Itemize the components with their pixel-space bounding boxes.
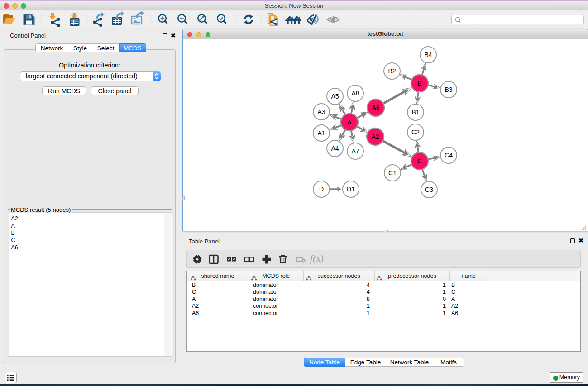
svg-text:A2: A2 <box>371 133 379 140</box>
svg-text:C1: C1 <box>388 169 397 176</box>
svg-text:A5: A5 <box>331 93 339 100</box>
svg-text:B2: B2 <box>388 67 396 75</box>
svg-text:A4: A4 <box>331 145 339 152</box>
svg-text:A6: A6 <box>372 104 379 111</box>
svg-text:C4: C4 <box>445 152 453 159</box>
svg-text:D: D <box>319 186 324 193</box>
svg-text:A3: A3 <box>317 108 325 115</box>
svg-text:A: A <box>347 119 352 126</box>
svg-text:B4: B4 <box>424 51 432 58</box>
svg-text:A7: A7 <box>351 148 359 155</box>
svg-text:B1: B1 <box>411 109 419 116</box>
svg-text:B: B <box>417 80 421 87</box>
svg-text:C3: C3 <box>425 186 433 193</box>
svg-text:B3: B3 <box>445 86 452 93</box>
svg-text:C: C <box>417 157 422 165</box>
svg-text:A8: A8 <box>351 90 359 97</box>
svg-text:C2: C2 <box>411 129 420 136</box>
svg-text:D1: D1 <box>347 186 355 193</box>
svg-text:A1: A1 <box>317 129 325 137</box>
